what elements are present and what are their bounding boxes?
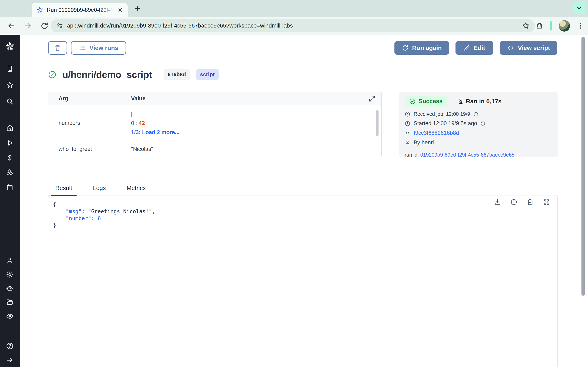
profile-avatar[interactable] [559,20,570,32]
load-more-link[interactable]: 1/3: Load 2 more... [131,129,180,136]
args-col-value: Value [131,95,146,102]
script-hash-badge: 616b8d [164,69,190,80]
list-icon [79,44,86,52]
sidebar-expand arrow-right-icon[interactable] [0,356,20,364]
browser-tab[interactable]: Run 019209b9-89e0-f29f-4c [32,3,128,17]
run-again-button[interactable]: Run again [394,41,449,55]
sidebar-item-audit eye-icon[interactable] [0,312,20,320]
json-bracket: [ [131,110,180,119]
sidebar-item-settings gear-icon[interactable] [0,271,20,278]
run-page: View runs Run again Edit View script [20,35,588,367]
close-tab-icon[interactable] [117,7,123,13]
tab-result[interactable]: Result [54,182,73,196]
arg-value: "Nicolas" [131,146,153,152]
windmill-logo[interactable] [0,41,20,51]
url-bar[interactable]: app.windmill.dev/run/019209b9-89e0-f29f-… [51,19,535,32]
sidebar-item-help question-icon[interactable] [0,342,20,350]
info-icon[interactable] [480,121,485,126]
forward-icon[interactable] [24,22,32,30]
sidebar-item-variables dollar-icon[interactable] [0,154,20,162]
run-id-link[interactable]: 019209b9-89e0-f29f-4c55-667baece9e65 [420,152,515,158]
delete-run-button trash-icon[interactable] [48,41,67,55]
sidebar-item-runs play-icon[interactable] [0,139,20,147]
started-line: Started 12:00 19/9 5s ago [405,120,553,127]
back-icon[interactable] [7,22,16,30]
arg-name: who_to_greet [48,146,131,152]
maximize-icon[interactable] [368,95,376,102]
sidebar-item-resources cubes-icon[interactable] [0,169,20,176]
sidebar-item-workers robot-icon[interactable] [0,285,20,292]
arg-json-viewer: [ 0 : 42 1/3: Load 2 more... [131,105,180,141]
user-icon [405,140,410,146]
sidebar-item-search search-icon[interactable] [0,98,20,105]
refresh-icon [402,44,409,51]
extensions-icon[interactable] [536,22,543,30]
table-row: numbers [ 0 : 42 1/3: Load 2 more... [48,105,381,141]
script-hash-link[interactable]: f9cc3f6882616b8d [414,130,459,136]
clipboard-copy-icon[interactable] [527,199,534,206]
edit-button[interactable]: Edit [456,41,493,55]
table-row: who_to_greet "Nicolas" [48,141,381,157]
bookmark-star-icon[interactable] [522,22,530,30]
browser-window: Run 019209b9-89e0-f29f-4c [0,0,588,367]
received-line: Received job: 12:00 19/9 [405,111,553,117]
script-hash-line: f9cc3f6882616b8d [405,130,553,136]
success-check-icon [48,70,57,79]
chevron-down-icon[interactable] [573,2,586,14]
code-icon [405,130,410,136]
edit-label: Edit [474,44,485,51]
sidebar-divider [0,62,20,62]
sidebar-item-workspace building-icon[interactable] [0,65,20,73]
duration: Ran in 0,17s [458,98,502,105]
url-text[interactable]: app.windmill.dev/run/019209b9-89e0-f29f-… [67,22,522,29]
sidebar-divider [0,116,20,116]
page-scrollbar[interactable] [581,37,585,296]
clock-icon [405,111,410,117]
view-script-button[interactable]: View script [500,41,557,55]
tab-logs[interactable]: Logs [92,182,107,196]
json-entry: 0 : 42 [131,119,180,128]
tab-metrics[interactable]: Metrics [125,182,147,196]
info-icon[interactable] [510,199,517,206]
clock-icon [405,121,410,126]
tab-strip: Run 019209b9-89e0-f29f-4c [0,0,588,17]
tab-title-fade [100,6,114,14]
result-panel: { "msg": "Greetings Nicolas!", "number":… [48,195,558,367]
script-type-badge: script [196,69,219,80]
arg-name: numbers [48,105,131,141]
tab-group-indicator [550,21,552,31]
site-settings-icon[interactable] [56,22,63,29]
fullscreen-icon[interactable] [543,199,550,206]
result-tabs: Result Logs Metrics [48,182,558,196]
job-status-panel: Success Ran in 0,17s Received job: 12:00… [399,92,558,157]
tab-favicon-windmill-logo [36,6,43,14]
args-table: Arg Value numbers [ 0 : 42 1/3: Load 2 m… [48,92,382,157]
view-script-label: View script [518,44,550,51]
sidebar [0,35,20,367]
value-scrollbar[interactable] [376,110,379,136]
result-json: { "msg": "Greetings Nicolas!", "number":… [53,201,155,229]
sidebar-item-home home-icon[interactable] [0,124,20,132]
page-title: u/henri/demo_script [62,69,152,80]
reload-icon[interactable] [40,22,49,30]
browser-toolbar: app.windmill.dev/run/019209b9-89e0-f29f-… [0,17,588,35]
run-id-line: run id: 019209b9-89e0-f29f-4c55-667baece… [405,152,553,158]
code-icon [507,44,515,52]
sidebar-item-schedules calendar-icon[interactable] [0,184,20,191]
pencil-icon [464,45,470,51]
status-badge: Success [405,96,447,107]
view-runs-label: View runs [89,44,118,51]
hourglass-icon [458,98,464,104]
sidebar-item-folders folder-icon[interactable] [0,298,20,306]
info-icon[interactable] [474,112,478,117]
sidebar-item-favorites star-icon[interactable] [0,81,20,89]
download-icon[interactable] [494,199,501,206]
run-again-label: Run again [412,44,442,51]
new-tab-icon[interactable] [134,5,141,12]
browser-menu-icon[interactable] [577,22,584,30]
sidebar-item-users person-icon[interactable] [0,257,20,264]
author-line: By henri [405,140,553,146]
args-table-header: Arg Value [48,92,381,105]
view-runs-button[interactable]: View runs [71,41,126,55]
args-col-arg: Arg [48,95,131,102]
